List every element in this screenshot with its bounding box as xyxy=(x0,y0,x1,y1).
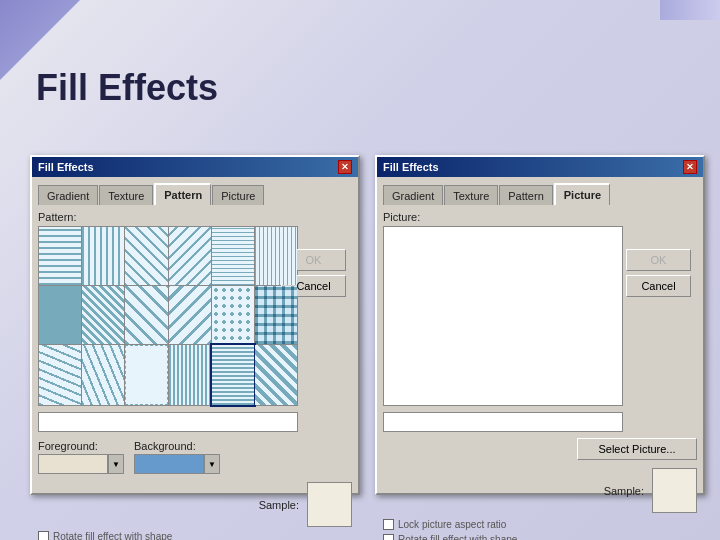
tab-pattern-left[interactable]: Pattern xyxy=(154,183,211,205)
tab-pattern-right[interactable]: Pattern xyxy=(499,185,552,205)
pattern-cell-3[interactable] xyxy=(125,227,167,285)
foreground-group: Foreground: ▼ xyxy=(38,440,124,474)
fg-bg-row: Foreground: ▼ Background: ▼ xyxy=(38,440,352,474)
tab-picture-right[interactable]: Picture xyxy=(554,183,610,205)
pattern-cell-6[interactable] xyxy=(255,227,297,285)
tab-texture-left[interactable]: Texture xyxy=(99,185,153,205)
pattern-cell-1[interactable] xyxy=(39,227,81,285)
picture-label: Picture: xyxy=(383,211,697,223)
foreground-color-box[interactable] xyxy=(38,454,108,474)
pattern-cell-13[interactable] xyxy=(39,345,81,405)
rotate-checkbox-left[interactable]: Rotate fill effect with shape xyxy=(38,531,352,540)
tab-bar-right: Gradient Texture Pattern Picture xyxy=(383,183,697,205)
sample-section-left: Sample: xyxy=(38,482,352,527)
pattern-grid xyxy=(38,226,298,406)
pattern-cell-10[interactable] xyxy=(169,286,211,344)
pattern-cell-7[interactable] xyxy=(39,286,81,344)
foreground-dropdown-arrow[interactable]: ▼ xyxy=(108,454,124,474)
rotate-checkbox-label-left: Rotate fill effect with shape xyxy=(53,531,172,540)
dialog-close-right[interactable]: ✕ xyxy=(683,160,697,174)
pattern-cell-16[interactable] xyxy=(169,345,211,405)
sample-section-right: Sample: xyxy=(383,468,697,513)
foreground-select: ▼ xyxy=(38,454,124,474)
rotate-checkbox-input-right[interactable] xyxy=(383,534,394,540)
pattern-cell-18[interactable] xyxy=(255,345,297,405)
tab-picture-left[interactable]: Picture xyxy=(212,185,264,205)
background-select: ▼ xyxy=(134,454,220,474)
side-buttons-right: OK Cancel xyxy=(626,249,691,297)
background-color-box[interactable] xyxy=(134,454,204,474)
dialog-title-right: Fill Effects xyxy=(383,161,439,173)
background-label: Background: xyxy=(134,440,220,452)
tab-gradient-left[interactable]: Gradient xyxy=(38,185,98,205)
dialog-titlebar-left: Fill Effects ✕ xyxy=(32,157,358,177)
dialog-title-left: Fill Effects xyxy=(38,161,94,173)
pattern-cell-8[interactable] xyxy=(82,286,124,344)
sample-box-right xyxy=(652,468,697,513)
pattern-cell-2[interactable] xyxy=(82,227,124,285)
picture-display-area xyxy=(383,226,623,406)
rotate-checkbox-right[interactable]: Rotate fill effect with shape xyxy=(383,534,697,540)
dialog-content-right: Gradient Texture Pattern Picture OK Canc… xyxy=(377,177,703,540)
pattern-cell-5[interactable] xyxy=(212,227,254,285)
fill-effects-dialog-left: Fill Effects ✕ Gradient Texture Pattern … xyxy=(30,155,360,495)
sample-box-left xyxy=(307,482,352,527)
dialog-titlebar-right: Fill Effects ✕ xyxy=(377,157,703,177)
pattern-cell-12[interactable] xyxy=(255,286,297,344)
pattern-cell-11[interactable] xyxy=(212,286,254,344)
picture-filename-box xyxy=(383,412,623,432)
dialog-content-left: Gradient Texture Pattern Picture OK Canc… xyxy=(32,177,358,540)
pattern-preview xyxy=(38,412,298,432)
sample-label-right: Sample: xyxy=(604,485,644,497)
background-group: Background: ▼ xyxy=(134,440,220,474)
pattern-cell-14[interactable] xyxy=(82,345,124,405)
foreground-label: Foreground: xyxy=(38,440,124,452)
ok-button-right[interactable]: OK xyxy=(626,249,691,271)
select-picture-button[interactable]: Select Picture... xyxy=(577,438,697,460)
lock-aspect-checkbox[interactable]: Lock picture aspect ratio xyxy=(383,519,697,530)
pattern-cell-4[interactable] xyxy=(169,227,211,285)
pattern-cell-15[interactable] xyxy=(125,345,167,405)
tab-bar-left: Gradient Texture Pattern Picture xyxy=(38,183,352,205)
background-dropdown-arrow[interactable]: ▼ xyxy=(204,454,220,474)
rotate-checkbox-label-right: Rotate fill effect with shape xyxy=(398,534,517,540)
dialog-close-left[interactable]: ✕ xyxy=(338,160,352,174)
lock-aspect-checkbox-input[interactable] xyxy=(383,519,394,530)
sample-label-left: Sample: xyxy=(259,499,299,511)
cancel-button-right[interactable]: Cancel xyxy=(626,275,691,297)
fill-effects-dialog-right: Fill Effects ✕ Gradient Texture Pattern … xyxy=(375,155,705,495)
pattern-label: Pattern: xyxy=(38,211,352,223)
tab-texture-right[interactable]: Texture xyxy=(444,185,498,205)
pattern-cell-9[interactable] xyxy=(125,286,167,344)
rotate-checkbox-input-left[interactable] xyxy=(38,531,49,540)
bg-decoration-bar xyxy=(660,0,720,20)
tab-gradient-right[interactable]: Gradient xyxy=(383,185,443,205)
lock-aspect-checkbox-label: Lock picture aspect ratio xyxy=(398,519,506,530)
page-title: Fill Effects xyxy=(36,67,218,109)
pattern-cell-17[interactable] xyxy=(212,345,254,405)
